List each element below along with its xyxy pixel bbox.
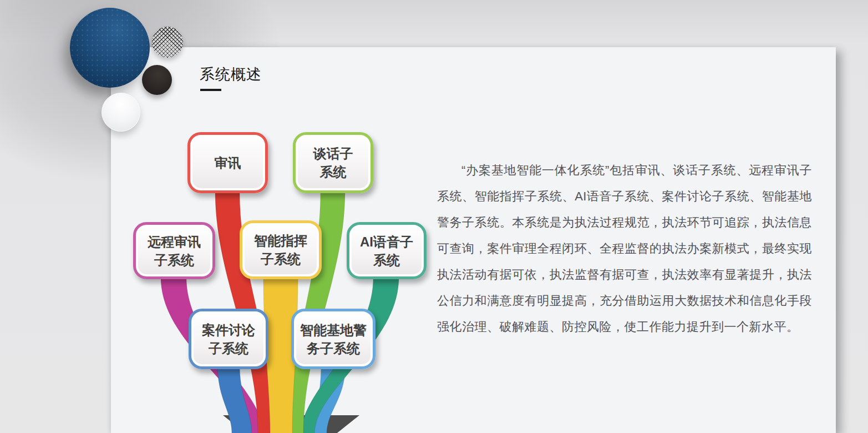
decor-circle-white bbox=[101, 93, 140, 132]
decor-circle-blue bbox=[70, 8, 150, 88]
box-label-line: 审讯 bbox=[215, 154, 241, 172]
box-label-line: 子系统 bbox=[261, 250, 301, 268]
box-label-line: 谈话子 bbox=[313, 144, 353, 163]
subsystem-box-remote-interrogation: 远程审讯 子系统 bbox=[133, 222, 215, 279]
box-label-line: 智能指挥 bbox=[254, 231, 307, 250]
decor-circle-hatched bbox=[152, 27, 183, 58]
box-label-line: 子系统 bbox=[154, 251, 194, 269]
subsystem-box-ai-voice: AI语音子 系统 bbox=[347, 222, 427, 279]
subsystem-box-talk: 谈话子 系统 bbox=[293, 132, 373, 193]
box-label-line: 案件讨论 bbox=[202, 321, 255, 339]
slide-background: 系统概述 审讯 谈话子 系统 远程审讯 子系统 智能指挥 子系统 AI语音子 系… bbox=[0, 0, 868, 433]
box-label-line: 系统 bbox=[373, 251, 400, 269]
subsystem-box-case-discussion: 案件讨论 子系统 bbox=[189, 309, 268, 369]
box-label-line: 务子系统 bbox=[307, 339, 360, 358]
box-label-line: 远程审讯 bbox=[148, 233, 201, 251]
box-label-line: 智能基地警 bbox=[300, 321, 367, 339]
subsystem-box-interrogation: 审讯 bbox=[187, 132, 268, 193]
box-label-line: AI语音子 bbox=[360, 233, 413, 251]
title-underline bbox=[200, 89, 221, 91]
box-label-line: 子系统 bbox=[209, 339, 248, 358]
description-paragraph: “办案基地智能一体化系统”包括审讯、谈话子系统、远程审讯子系统、智能指挥子系统、… bbox=[437, 157, 812, 340]
subsystem-box-smart-base-policing: 智能基地警 务子系统 bbox=[291, 309, 375, 369]
subsystem-box-smart-command: 智能指挥 子系统 bbox=[240, 220, 322, 279]
box-label-line: 系统 bbox=[320, 163, 347, 181]
page-title: 系统概述 bbox=[200, 64, 262, 84]
decor-circle-black bbox=[142, 65, 172, 95]
